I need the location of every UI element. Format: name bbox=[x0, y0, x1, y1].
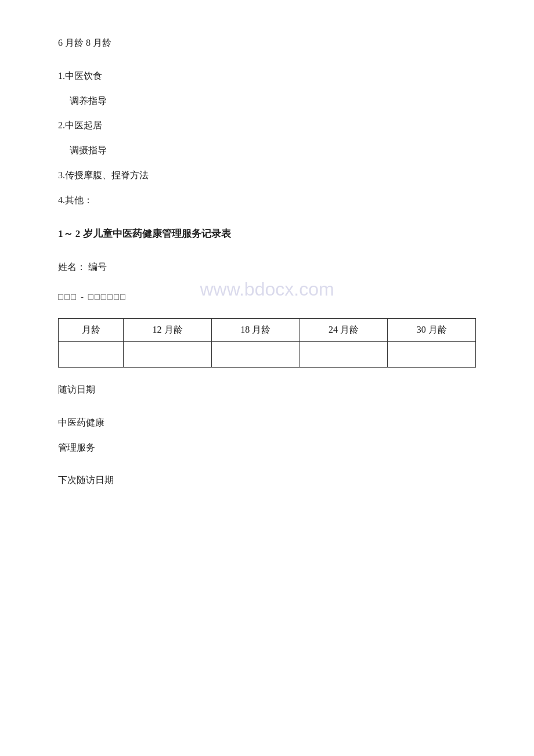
name-id-line: 姓名： 编号 bbox=[58, 259, 476, 276]
guidance-item2-sub: 调摄指导 bbox=[58, 142, 476, 159]
table-col-age: 月龄 bbox=[59, 318, 124, 341]
age-table-container: 月龄 12 月龄 18 月龄 24 月龄 30 月龄 bbox=[58, 318, 476, 368]
table-cell-1 bbox=[59, 341, 124, 367]
table-cell-2 bbox=[124, 341, 212, 367]
table-data-row bbox=[59, 341, 476, 367]
table-header-row: 月龄 12 月龄 18 月龄 24 月龄 30 月龄 bbox=[59, 318, 476, 341]
service-section: 中医药健康 管理服务 bbox=[58, 415, 476, 456]
name-id-section: 姓名： 编号 bbox=[58, 259, 476, 276]
record-title-section: 1～ 2 岁儿童中医药健康管理服务记录表 bbox=[58, 225, 476, 243]
followup-date-label: 随访日期 bbox=[58, 381, 476, 398]
table-cell-3 bbox=[211, 341, 300, 367]
service-label2: 管理服务 bbox=[58, 440, 476, 456]
guidance-item3: 3.传授摩腹、捏脊方法 bbox=[58, 167, 476, 184]
service-label1: 中医药健康 bbox=[58, 415, 476, 431]
age-range-section: 6 月龄 8 月龄 bbox=[58, 35, 476, 52]
record-title: 1～ 2 岁儿童中医药健康管理服务记录表 bbox=[58, 225, 476, 243]
name-label: 姓名： bbox=[58, 262, 86, 272]
next-date-label: 下次随访日期 bbox=[58, 472, 476, 489]
table-col-24: 24 月龄 bbox=[300, 318, 388, 341]
guidance-section: 1.中医饮食 调养指导 2.中医起居 调摄指导 3.传授摩腹、捏脊方法 4.其他… bbox=[58, 68, 476, 209]
id-value: □□□ - □□□□□□ bbox=[58, 292, 476, 302]
followup-section: 随访日期 bbox=[58, 381, 476, 398]
age-range-text: 6 月龄 8 月龄 bbox=[58, 35, 476, 52]
table-col-30: 30 月龄 bbox=[388, 318, 476, 341]
id-label: 编号 bbox=[88, 262, 107, 272]
table-col-18: 18 月龄 bbox=[211, 318, 300, 341]
guidance-item1-sub: 调养指导 bbox=[58, 93, 476, 110]
guidance-item1-title: 1.中医饮食 bbox=[58, 68, 476, 85]
guidance-item4: 4.其他： bbox=[58, 192, 476, 209]
next-date-section: 下次随访日期 bbox=[58, 472, 476, 489]
table-cell-4 bbox=[300, 341, 388, 367]
age-table: 月龄 12 月龄 18 月龄 24 月龄 30 月龄 bbox=[58, 318, 476, 368]
guidance-item2-title: 2.中医起居 bbox=[58, 117, 476, 134]
table-col-12: 12 月龄 bbox=[124, 318, 212, 341]
table-cell-5 bbox=[388, 341, 476, 367]
